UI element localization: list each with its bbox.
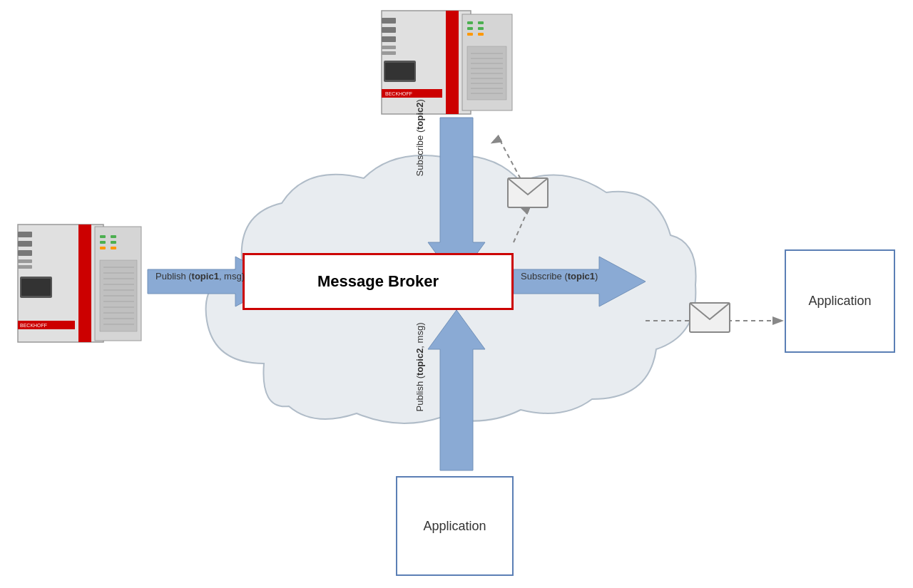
diagram-container: BECKHOFF — [0, 0, 913, 588]
svg-rect-47 — [18, 241, 32, 247]
envelope-right — [688, 301, 731, 336]
app-right-label: Application — [808, 294, 871, 309]
svg-rect-21 — [382, 46, 396, 49]
svg-rect-52 — [21, 279, 51, 296]
subscribe-right-label: Subscribe (topic1) — [521, 271, 598, 282]
svg-rect-56 — [100, 241, 106, 244]
svg-rect-58 — [111, 235, 116, 238]
svg-rect-30 — [478, 21, 484, 24]
svg-rect-57 — [100, 247, 106, 249]
svg-text:BECKHOFF: BECKHOFF — [385, 91, 412, 96]
plc-device-top: BECKHOFF — [378, 7, 521, 118]
svg-rect-20 — [382, 36, 396, 42]
svg-rect-55 — [100, 235, 106, 238]
publish-left-label: Publish (topic1, msg) — [155, 271, 245, 282]
svg-rect-44 — [78, 225, 91, 342]
plc-device-left: BECKHOFF — [14, 221, 146, 346]
app-box-right: Application — [785, 249, 895, 353]
svg-rect-59 — [111, 241, 116, 244]
svg-rect-33 — [467, 46, 506, 100]
app-bottom-label: Application — [423, 519, 486, 534]
publish-bottom-label: Publish (topic2, msg) — [414, 298, 425, 412]
message-broker-label: Message Broker — [317, 272, 439, 291]
svg-rect-27 — [467, 21, 473, 24]
message-broker-box: Message Broker — [243, 253, 514, 310]
app-box-bottom: Application — [396, 476, 514, 576]
svg-rect-28 — [467, 27, 473, 30]
svg-rect-29 — [467, 33, 473, 36]
svg-rect-50 — [18, 265, 32, 269]
svg-rect-48 — [18, 250, 32, 256]
svg-rect-31 — [478, 27, 484, 30]
svg-rect-46 — [18, 232, 32, 237]
svg-rect-32 — [478, 33, 484, 36]
svg-rect-24 — [385, 63, 414, 80]
svg-rect-16 — [446, 11, 459, 114]
svg-text:BECKHOFF: BECKHOFF — [20, 323, 47, 328]
svg-rect-60 — [111, 247, 116, 249]
svg-rect-22 — [382, 51, 396, 55]
svg-rect-18 — [382, 18, 396, 24]
envelope-top — [506, 177, 549, 212]
svg-rect-19 — [382, 27, 396, 33]
subscribe-top-label: Subscribe (topic2) — [414, 63, 425, 177]
svg-rect-49 — [18, 259, 32, 263]
